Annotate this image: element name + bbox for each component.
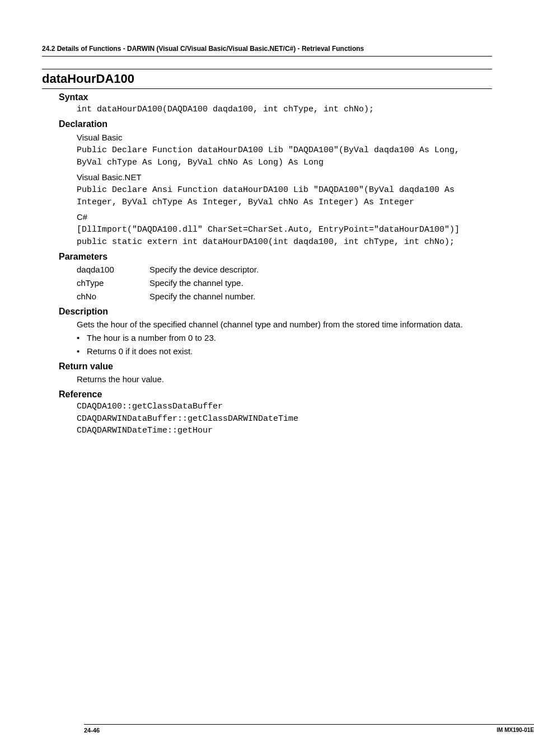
declaration-heading: Declaration <box>42 119 492 129</box>
vb-label: Visual Basic <box>77 132 486 144</box>
description-bullet: • The hour is a number from 0 to 23. <box>77 331 486 345</box>
return-value-heading: Return value <box>42 361 492 372</box>
param-desc: Specify the channel number. <box>149 290 486 303</box>
parameter-row: daqda100 Specify the device descriptor. <box>77 263 486 276</box>
bullet-icon: • <box>77 345 87 358</box>
breadcrumb-header: 24.2 Details of Functions - DARWIN (Visu… <box>42 45 492 57</box>
param-desc: Specify the channel type. <box>149 276 486 290</box>
param-name: daqda100 <box>77 263 149 276</box>
csharp-label: C# <box>77 211 486 224</box>
syntax-code: int dataHourDA100(DAQDA100 daqda100, int… <box>77 104 486 116</box>
param-name: chNo <box>77 290 149 303</box>
description-bullet: • Returns 0 if it does not exist. <box>77 345 486 358</box>
page-footer: 24-46 IM MX190-01E <box>84 724 534 734</box>
vbnet-code: Public Declare Ansi Function dataHourDA1… <box>77 184 486 209</box>
csharp-code: [DllImport("DAQDA100.dll" CharSet=CharSe… <box>77 224 486 248</box>
param-name: chType <box>77 276 149 290</box>
description-heading: Description <box>42 307 492 317</box>
document-id: IM MX190-01E <box>496 727 534 734</box>
param-desc: Specify the device descriptor. <box>149 263 486 276</box>
vbnet-label: Visual Basic.NET <box>77 171 486 184</box>
bullet-text: Returns 0 if it does not exist. <box>87 345 193 358</box>
parameter-row: chNo Specify the channel number. <box>77 290 486 303</box>
page-number: 24-46 <box>84 727 100 734</box>
parameters-heading: Parameters <box>42 252 492 262</box>
reference-code: CDAQDA100::getClassDataBuffer CDAQDARWIN… <box>77 401 486 437</box>
vb-code: Public Declare Function dataHourDA100 Li… <box>77 144 486 169</box>
return-value-text: Returns the hour value. <box>77 373 486 386</box>
syntax-heading: Syntax <box>42 92 492 102</box>
bullet-icon: • <box>77 331 87 345</box>
bullet-text: The hour is a number from 0 to 23. <box>87 331 216 345</box>
reference-heading: Reference <box>42 389 492 400</box>
description-paragraph: Gets the hour of the specified channel (… <box>77 318 486 331</box>
page-title: dataHourDA100 <box>42 69 492 89</box>
parameter-row: chType Specify the channel type. <box>77 276 486 290</box>
